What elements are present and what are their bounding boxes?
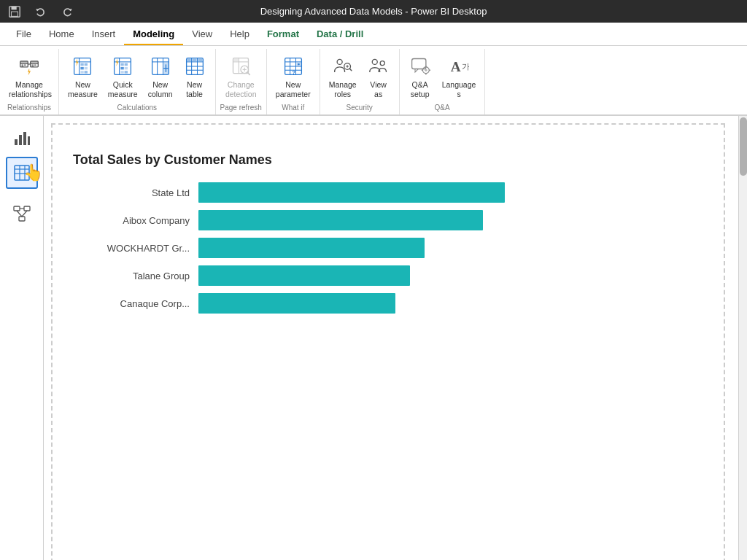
menu-help[interactable]: Help (221, 23, 258, 45)
chart-area: Total Sales by Customer Names State Ltd … (73, 152, 732, 314)
table-row: WOCKHARDT Gr... (73, 238, 732, 258)
menu-modeling[interactable]: Modeling (124, 23, 183, 45)
ribbon-group-calculations: Newmeasure (59, 49, 216, 114)
scrollbar[interactable] (738, 116, 747, 560)
sidebar-item-model-view[interactable] (6, 198, 38, 230)
ribbon-group-security-label: Security (325, 101, 395, 114)
svg-rect-18 (81, 63, 84, 66)
bar-2 (198, 238, 425, 258)
svg-marker-24 (76, 59, 79, 67)
svg-rect-7 (24, 64, 26, 65)
view-as-button[interactable]: Viewas (363, 52, 395, 101)
qa-setup-label: Q&Asetup (411, 80, 430, 98)
language-button[interactable]: A 가 Languages (438, 52, 481, 101)
svg-rect-11 (32, 66, 34, 67)
language-label: Languages (442, 80, 476, 98)
menu-datadrill[interactable]: Data / Drill (308, 23, 372, 45)
svg-line-98 (17, 211, 22, 217)
svg-rect-87 (19, 135, 22, 145)
language-icon: A 가 (447, 55, 471, 78)
svg-rect-29 (125, 63, 128, 66)
quick-measure-label: Quickmeasure (108, 80, 138, 98)
change-detection-label: Changedetection (225, 80, 257, 98)
svg-rect-97 (19, 217, 25, 221)
sidebar-item-report-view[interactable] (6, 122, 38, 154)
svg-rect-88 (23, 132, 26, 145)
svg-rect-89 (28, 136, 30, 145)
save-icon[interactable] (7, 4, 22, 19)
bar-3 (198, 265, 410, 286)
svg-rect-28 (121, 63, 124, 66)
new-table-button[interactable]: Newtable (179, 52, 211, 101)
new-measure-button[interactable]: Newmeasure (63, 52, 102, 101)
svg-text:?: ? (292, 69, 295, 76)
svg-rect-10 (32, 64, 34, 65)
model-icon (13, 205, 31, 222)
svg-text:가: 가 (462, 62, 470, 71)
ribbon-group-relationships: Managerelationships Relationships (0, 49, 59, 114)
scrollbar-thumb[interactable] (740, 117, 747, 176)
svg-line-99 (22, 211, 27, 217)
quick-measure-button[interactable]: Quickmeasure (104, 52, 142, 101)
svg-rect-86 (15, 139, 18, 145)
svg-line-71 (349, 69, 352, 71)
new-column-label: Newcolumn (148, 80, 173, 98)
menu-format[interactable]: Format (258, 23, 308, 45)
new-parameter-icon: ? (282, 55, 305, 78)
change-detection-icon (229, 55, 252, 78)
ribbon-group-calculations-label: Calculations (63, 101, 211, 114)
svg-rect-4 (20, 63, 28, 64)
qa-setup-button[interactable]: Q&Asetup (404, 52, 436, 101)
svg-point-75 (380, 61, 384, 66)
new-column-icon (149, 55, 172, 78)
manage-relationships-button[interactable]: Managerelationships (4, 52, 54, 101)
new-parameter-button[interactable]: ? Newparameter (271, 52, 315, 101)
ribbon-group-whatif-label: What if (271, 101, 315, 114)
new-table-label: Newtable (186, 80, 203, 98)
menu-file[interactable]: File (7, 23, 40, 45)
new-measure-label: Newmeasure (68, 80, 98, 98)
manage-roles-label: Manageroles (329, 80, 357, 98)
svg-rect-8 (31, 61, 39, 67)
table-row: Canaque Corp... (73, 293, 732, 314)
view-as-label: Viewas (370, 80, 387, 98)
ribbon: Managerelationships Relationships (0, 46, 747, 116)
svg-marker-14 (28, 69, 31, 75)
change-detection-button[interactable]: Changedetection (221, 52, 261, 101)
table-row: State Ltd (73, 182, 732, 203)
bar-label-2: WOCKHARDT Gr... (73, 243, 190, 254)
new-column-button[interactable]: Newcolumn (144, 52, 177, 101)
svg-line-56 (247, 72, 249, 74)
sidebar: 👆 (0, 116, 44, 560)
svg-rect-1 (12, 6, 17, 9)
title-bar: Designing Advanced Data Models - Power B… (0, 0, 747, 23)
svg-rect-54 (234, 59, 239, 62)
sidebar-item-data-view[interactable]: 👆 (6, 157, 38, 189)
svg-rect-33 (125, 71, 128, 74)
svg-rect-3 (20, 61, 28, 67)
ribbon-group-relationships-label: Relationships (4, 101, 54, 114)
menu-insert[interactable]: Insert (83, 23, 125, 45)
redo-icon[interactable] (60, 4, 74, 19)
svg-text:A: A (451, 59, 461, 74)
manage-roles-button[interactable]: Manageroles (325, 52, 361, 101)
table-row: Aibox Company (73, 210, 732, 230)
bar-0 (198, 182, 505, 203)
menu-view[interactable]: View (183, 23, 221, 45)
bar-label-4: Canaque Corp... (73, 298, 190, 309)
title-bar-controls (7, 4, 74, 19)
table-row: Talane Group (73, 265, 732, 286)
undo-icon[interactable] (34, 4, 48, 19)
svg-marker-34 (116, 59, 119, 67)
svg-rect-90 (15, 166, 29, 180)
svg-rect-19 (85, 63, 88, 66)
chart-title: Total Sales by Customer Names (73, 152, 732, 168)
menu-home[interactable]: Home (40, 23, 83, 45)
view-as-icon (367, 55, 390, 78)
ribbon-group-qa: Q&Asetup A 가 Languages Q&A (400, 49, 486, 114)
svg-rect-30 (121, 67, 124, 70)
svg-rect-2 (12, 12, 18, 16)
bar-label-3: Talane Group (73, 271, 190, 281)
svg-point-69 (337, 59, 342, 64)
table-grid-icon (13, 164, 31, 182)
